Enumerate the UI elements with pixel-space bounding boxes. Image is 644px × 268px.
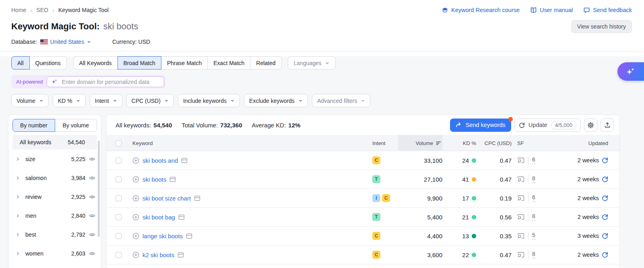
add-keyword-icon[interactable] (132, 195, 139, 202)
tab-all-keywords[interactable]: All Keywords (73, 56, 118, 70)
chevron-right-icon[interactable] (15, 175, 21, 181)
user-manual-link[interactable]: User manual (530, 7, 573, 14)
eye-icon[interactable] (89, 175, 95, 181)
serp-preview-icon[interactable] (517, 214, 524, 220)
keyword-link[interactable]: lange ski boots (142, 233, 183, 239)
keyword-research-course-link[interactable]: Keyword Research course (442, 7, 520, 14)
by-number-button[interactable]: By number (12, 119, 55, 132)
sf-value[interactable]: 8 (532, 213, 535, 221)
update-button[interactable]: Update 4/5,000 (514, 119, 581, 132)
languages-dropdown[interactable]: Languages (288, 56, 336, 70)
column-kd[interactable]: KD % (442, 140, 476, 146)
all-keywords-group[interactable]: All keywords 54,540 (12, 135, 97, 149)
column-updated[interactable]: Updated (550, 140, 608, 146)
column-sf[interactable]: SF (512, 140, 550, 146)
breadcrumb-seo[interactable]: SEO (36, 7, 48, 13)
tab-questions[interactable]: Questions (29, 56, 67, 70)
breadcrumb-home[interactable]: Home (11, 7, 26, 13)
group-row-best[interactable]: best 2,792 (12, 225, 97, 244)
export-button[interactable] (601, 119, 614, 132)
filter-cpc[interactable]: CPC (USD) (126, 94, 174, 107)
serp-preview-icon[interactable] (517, 233, 524, 239)
column-intent[interactable]: Intent (372, 140, 398, 146)
by-volume-button[interactable]: By volume (55, 119, 97, 132)
refresh-icon[interactable] (602, 157, 608, 164)
filter-volume[interactable]: Volume (11, 94, 49, 107)
filter-kd[interactable]: KD % (53, 94, 86, 107)
sf-value[interactable]: 8 (532, 251, 535, 258)
settings-button[interactable] (584, 119, 597, 132)
filter-exclude-keywords[interactable]: Exclude keywords (244, 94, 308, 107)
group-row-salomon[interactable]: salomon 3,984 (12, 168, 97, 187)
refresh-icon[interactable] (602, 252, 608, 258)
keyword-link[interactable]: ski boot bag (142, 214, 175, 221)
add-keyword-icon[interactable] (132, 252, 139, 258)
keyword-link[interactable]: ski boots (142, 176, 166, 183)
select-all-checkbox[interactable] (116, 140, 122, 146)
serp-preview-icon[interactable] (517, 176, 524, 182)
serp-preview-icon[interactable] (517, 195, 524, 201)
tab-related[interactable]: Related (250, 56, 281, 70)
sf-value[interactable]: 8 (532, 176, 535, 183)
keyword-link[interactable]: ski boot size chart (142, 195, 191, 202)
keyword-link[interactable]: k2 ski boots (142, 252, 174, 258)
database-selector[interactable]: United States (40, 39, 91, 45)
row-checkbox[interactable] (116, 252, 122, 258)
row-checkbox[interactable] (116, 214, 122, 220)
row-checkbox[interactable] (116, 158, 122, 164)
tab-exact-match[interactable]: Exact Match (207, 56, 250, 70)
row-checkbox[interactable] (116, 176, 122, 182)
add-keyword-icon[interactable] (132, 233, 139, 239)
eye-icon[interactable] (89, 231, 95, 238)
sf-value[interactable]: 5 (532, 232, 535, 239)
group-row-women[interactable]: women 2,603 (12, 244, 97, 263)
eye-icon[interactable] (89, 156, 95, 162)
eye-icon[interactable] (89, 250, 95, 257)
serp-page-icon[interactable] (194, 195, 200, 201)
add-keyword-icon[interactable] (132, 214, 139, 221)
serp-preview-icon[interactable] (517, 252, 524, 258)
refresh-icon[interactable] (602, 176, 608, 182)
column-cpc[interactable]: CPC (USD) (476, 140, 512, 146)
row-checkbox[interactable] (116, 195, 122, 201)
send-keywords-button[interactable]: Send keywords (450, 119, 511, 132)
filter-include-keywords[interactable]: Include keywords (178, 94, 240, 107)
filter-advanced[interactable]: Advanced filters (312, 94, 371, 107)
serp-page-icon[interactable] (169, 176, 176, 182)
group-row-review[interactable]: review 2,925 (12, 187, 97, 206)
chevron-right-icon[interactable] (15, 156, 21, 162)
chevron-right-icon[interactable] (15, 213, 21, 219)
refresh-icon[interactable] (602, 233, 608, 239)
eye-icon[interactable] (89, 194, 95, 200)
tab-phrase-match[interactable]: Phrase Match (161, 56, 208, 70)
add-keyword-icon[interactable] (132, 157, 139, 164)
chevron-right-icon[interactable] (15, 194, 21, 200)
sf-value[interactable]: 6 (532, 194, 535, 202)
serp-page-icon[interactable] (178, 214, 185, 220)
serp-preview-icon[interactable] (517, 157, 524, 164)
column-keyword[interactable]: Keyword (132, 140, 372, 146)
serp-page-icon[interactable] (178, 252, 184, 258)
keyword-link[interactable]: ski boots and (142, 157, 178, 164)
serp-page-icon[interactable] (186, 233, 192, 239)
send-feedback-link[interactable]: Send feedback (583, 7, 632, 14)
add-keyword-icon[interactable] (132, 176, 139, 183)
eye-icon[interactable] (89, 213, 95, 219)
column-volume[interactable]: Volume (398, 135, 442, 151)
row-checkbox[interactable] (116, 233, 122, 239)
sf-value[interactable]: 6 (532, 157, 535, 164)
sidebar-scrollbar[interactable] (98, 141, 100, 237)
ai-assistant-button[interactable] (617, 62, 644, 81)
group-row-size[interactable]: size 5,225 (12, 149, 97, 168)
tab-all[interactable]: All (11, 56, 30, 70)
filter-intent[interactable]: Intent (90, 94, 122, 107)
tab-broad-match[interactable]: Broad Match (118, 56, 161, 70)
chevron-right-icon[interactable] (15, 232, 21, 237)
group-row-men[interactable]: men 2,840 (12, 206, 97, 225)
serp-page-icon[interactable] (181, 158, 188, 164)
view-search-history-button[interactable]: View search history (571, 20, 632, 33)
refresh-icon[interactable] (602, 214, 608, 220)
domain-input[interactable] (61, 78, 160, 86)
chevron-right-icon[interactable] (15, 251, 21, 256)
refresh-icon[interactable] (602, 195, 608, 201)
